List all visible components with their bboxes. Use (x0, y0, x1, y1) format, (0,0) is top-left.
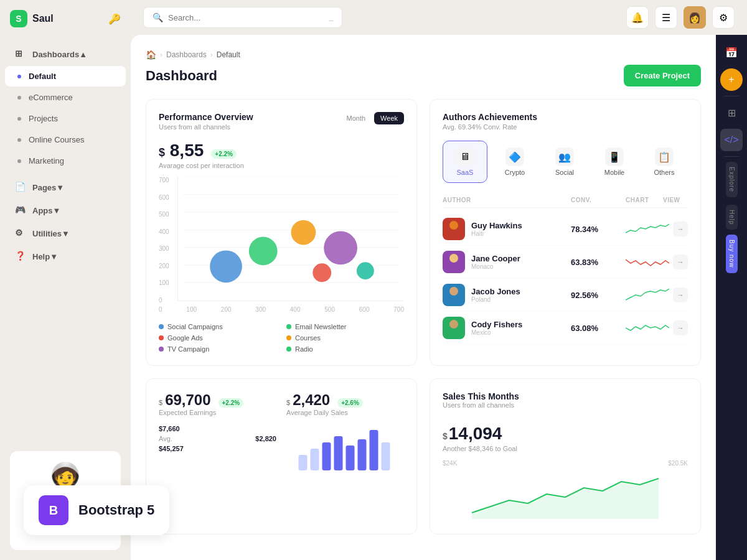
buynow-label[interactable]: Buy now (726, 235, 738, 273)
sidebar-label-default: Default (29, 72, 116, 81)
earnings-value-2: 2,420 (293, 391, 330, 409)
tab-label-others: Others (654, 169, 674, 176)
authors-card-header: Authors Achievements Avg. 69.34% Conv. R… (443, 112, 688, 131)
table-row: Jane Cooper Monaco 63.83% → (443, 246, 688, 279)
expected-earnings: $ 69,700 +2.2% Expected Earnings (159, 391, 276, 416)
home-icon[interactable]: 🏠 (146, 50, 156, 60)
author-location-jacob: Poland (471, 296, 520, 303)
topbar-right: 🔔 ☰ 👩 ⚙ (626, 6, 735, 29)
val-amount-3: $45,257 (159, 445, 184, 452)
sidebar-item-default[interactable]: Default (5, 66, 126, 86)
dot (17, 159, 21, 163)
author-chart-cell-guy: → (626, 222, 688, 236)
view-button-cody[interactable]: → (673, 320, 688, 335)
tab-crypto[interactable]: 🔷 Crypto (492, 141, 537, 183)
y-axis: 700 600 500 400 300 200 100 0 (159, 177, 169, 304)
explore-label[interactable]: Explore (726, 162, 738, 197)
sidebar-item-pages[interactable]: 📄 Pages ▼ (5, 176, 126, 198)
tab-saas[interactable]: 🖥 SaaS (443, 141, 487, 183)
period-month-button[interactable]: Month (341, 112, 372, 124)
dot (17, 117, 21, 121)
tab-social[interactable]: 👥 Social (542, 141, 587, 183)
author-info-guy: Guy Hawkins Haiti (443, 218, 566, 240)
search-box[interactable]: 🔍 _ (143, 7, 342, 28)
earnings-card: $ 69,700 +2.2% Expected Earnings $ 2,420… (146, 378, 417, 534)
sales-metric: $ 14,094 (443, 419, 688, 445)
add-button[interactable]: + (720, 68, 743, 91)
author-details-jane: Jane Cooper Monaco (471, 254, 520, 270)
sidebar-item-utilities[interactable]: ⚙ Utilities ▼ (5, 222, 126, 245)
svg-rect-27 (370, 430, 378, 470)
sidebar-item-marketing[interactable]: Marketing (5, 151, 126, 171)
tab-others[interactable]: 📋 Others (642, 141, 687, 183)
author-avatar-guy (443, 218, 465, 240)
sidebar-item-apps[interactable]: 🎮 Apps ▼ (5, 199, 126, 222)
period-week-button[interactable]: Week (374, 112, 404, 124)
svg-point-11 (312, 263, 331, 282)
view-button-jacob[interactable]: → (673, 287, 688, 302)
sales-value: 14,094 (449, 424, 502, 444)
saas-icon: 🖥 (456, 147, 474, 166)
app-logo: S (10, 10, 27, 27)
author-name-guy: Guy Hawkins (471, 221, 522, 230)
sidebar-item-dashboards[interactable]: ⊞ Dashboards ▲ (5, 43, 126, 65)
author-info-jacob: Jacob Jones Poland (443, 284, 566, 306)
tab-mobile[interactable]: 📱 Mobile (592, 141, 637, 183)
conv-value-guy: 78.34% (571, 225, 621, 234)
bar-chart (286, 424, 404, 474)
sales-card: Sales This Months Users from all channel… (430, 378, 701, 534)
earnings-bottom: $7,660 Avg. $2,820 $45,257 (159, 424, 404, 476)
svg-point-13 (449, 221, 458, 230)
apps-icon: 🎮 (15, 205, 26, 216)
period-toggle: Month Week (341, 112, 405, 124)
bubble-chart-container: 700 600 500 400 300 200 100 0 (177, 177, 404, 304)
key-icon[interactable]: 🔑 (108, 13, 121, 25)
svg-rect-21 (299, 455, 308, 470)
author-details-cody: Cody Fishers Mexico (471, 320, 522, 336)
settings-button[interactable]: ⚙ (712, 6, 735, 29)
mobile-icon: 📱 (605, 147, 624, 166)
table-row: Guy Hawkins Haiti 78.34% → (443, 213, 688, 246)
sidebar-label-projects: Projects (29, 114, 116, 123)
sidebar-item-online-courses[interactable]: Online Courses (5, 129, 126, 150)
chevron-up-icon: ▲ (79, 50, 87, 59)
svg-rect-24 (334, 436, 343, 470)
legend-dot-social (159, 324, 164, 329)
tab-label-social: Social (555, 169, 574, 176)
view-button-guy[interactable]: → (673, 222, 688, 236)
view-button-jane[interactable]: → (673, 254, 688, 269)
sidebar-item-projects[interactable]: Projects (5, 108, 126, 129)
notifications-button[interactable]: 🔔 (626, 6, 649, 29)
sidebar-item-ecommerce[interactable]: eCommerce (5, 87, 126, 108)
tab-label-crypto: Crypto (505, 169, 525, 176)
performance-card-header: Performance Overview Users from all chan… (159, 112, 404, 131)
menu-button[interactable]: ☰ (655, 6, 677, 29)
conv-value-jane: 63.83% (571, 258, 621, 267)
sidebar-label-ecommerce: eCommerce (29, 93, 116, 102)
svg-point-16 (446, 263, 461, 273)
search-input[interactable] (168, 13, 324, 22)
active-dot (17, 75, 21, 78)
author-details-jacob: Jacob Jones Poland (471, 287, 520, 303)
performance-title: Performance Overview (159, 112, 253, 122)
calendar-button[interactable]: 📅 (720, 41, 743, 63)
sidebar-label-marketing: Marketing (29, 156, 116, 166)
author-chart-cell-jane: → (626, 254, 688, 269)
create-project-button[interactable]: Create Project (624, 65, 701, 86)
sidebar-item-help[interactable]: ❓ Help ▼ (5, 245, 126, 268)
breadcrumb-dashboards[interactable]: Dashboards (166, 50, 207, 59)
grid-button[interactable]: ⊞ (720, 101, 743, 124)
sidebar-label-online-courses: Online Courses (29, 135, 116, 144)
help-label[interactable]: Help (726, 205, 738, 230)
content: 🏠 › Dashboards › Default Dashboard Creat… (131, 35, 747, 560)
val-amount-1: $7,660 (159, 425, 180, 432)
code-button[interactable]: </> (720, 129, 743, 151)
help-icon: ❓ (15, 251, 26, 262)
svg-point-15 (449, 254, 458, 263)
svg-rect-28 (382, 442, 390, 470)
col-chart-view: CHART VIEW (626, 197, 688, 203)
legend-label-courses: Courses (295, 334, 321, 342)
user-avatar[interactable]: 👩 (684, 6, 706, 29)
legend-dot-tv (159, 347, 164, 352)
tab-label-saas: SaaS (457, 169, 474, 176)
